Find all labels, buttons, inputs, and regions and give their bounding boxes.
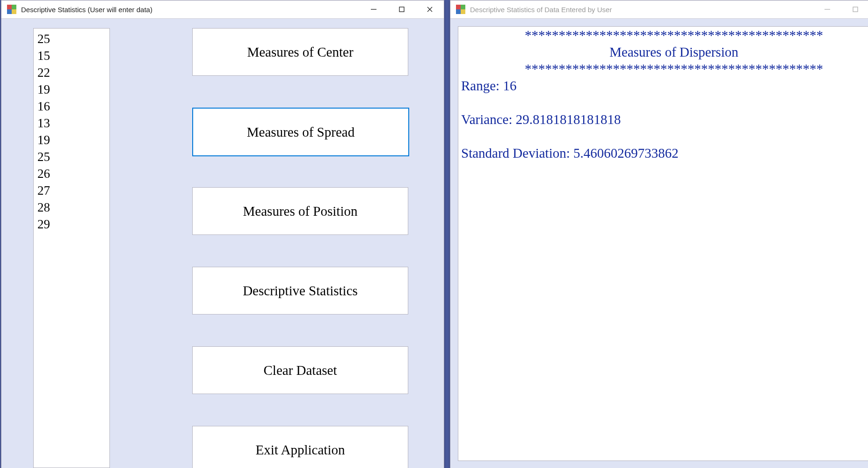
list-item[interactable]: 22 xyxy=(37,64,106,81)
window-title-output: Descriptive Statistics of Data Entered b… xyxy=(470,6,813,14)
window-controls-output xyxy=(813,0,868,18)
app-icon xyxy=(7,5,16,14)
maximize-button[interactable] xyxy=(388,0,416,18)
data-listbox[interactable]: 251522191613192526272829 xyxy=(33,28,110,468)
list-item[interactable]: 25 xyxy=(37,148,106,165)
titlebar-main[interactable]: Descriptive Statistics (User will enter … xyxy=(1,0,444,19)
list-item[interactable]: 15 xyxy=(37,47,106,64)
output-stars-top: ****************************************… xyxy=(461,27,868,44)
list-item[interactable]: 13 xyxy=(37,115,106,132)
maximize-button[interactable] xyxy=(841,0,868,18)
close-button[interactable] xyxy=(416,0,444,18)
list-item[interactable]: 28 xyxy=(37,199,106,216)
list-item[interactable]: 26 xyxy=(37,165,106,182)
minimize-button[interactable] xyxy=(813,0,841,18)
svg-rect-1 xyxy=(399,7,404,12)
exit-application-button[interactable]: Exit Application xyxy=(192,426,408,468)
list-item[interactable]: 16 xyxy=(37,98,106,115)
list-item[interactable]: 27 xyxy=(37,182,106,199)
minimize-button[interactable] xyxy=(360,0,388,18)
output-window: Descriptive Statistics of Data Entered b… xyxy=(450,0,868,468)
output-range-line: Range: 16 xyxy=(461,78,516,93)
list-item[interactable]: 19 xyxy=(37,132,106,148)
window-title-main: Descriptive Statistics (User will enter … xyxy=(21,6,360,14)
window-controls-main xyxy=(360,0,444,18)
clear-dataset-button[interactable]: Clear Dataset xyxy=(192,346,408,394)
output-stars-bottom: ****************************************… xyxy=(461,60,868,77)
list-item[interactable]: 29 xyxy=(37,216,106,233)
output-textbox[interactable]: ****************************************… xyxy=(458,26,868,461)
output-stddev-line: Standard Deviation: 5.46060269733862 xyxy=(461,146,679,161)
list-item[interactable]: 19 xyxy=(37,81,106,98)
list-item[interactable]: 25 xyxy=(37,30,106,47)
descriptive-statistics-button[interactable]: Descriptive Statistics xyxy=(192,267,408,314)
output-variance-line: Variance: 29.8181818181818 xyxy=(461,112,621,127)
main-window: Descriptive Statistics (User will enter … xyxy=(1,0,444,468)
titlebar-output[interactable]: Descriptive Statistics of Data Entered b… xyxy=(450,0,868,19)
app-icon xyxy=(456,5,465,14)
svg-rect-5 xyxy=(853,7,858,12)
output-heading: Measures of Dispersion xyxy=(461,44,868,60)
measures-of-center-button[interactable]: Measures of Center xyxy=(192,28,408,76)
measures-of-spread-button[interactable]: Measures of Spread xyxy=(192,108,409,156)
measures-of-position-button[interactable]: Measures of Position xyxy=(192,187,408,235)
